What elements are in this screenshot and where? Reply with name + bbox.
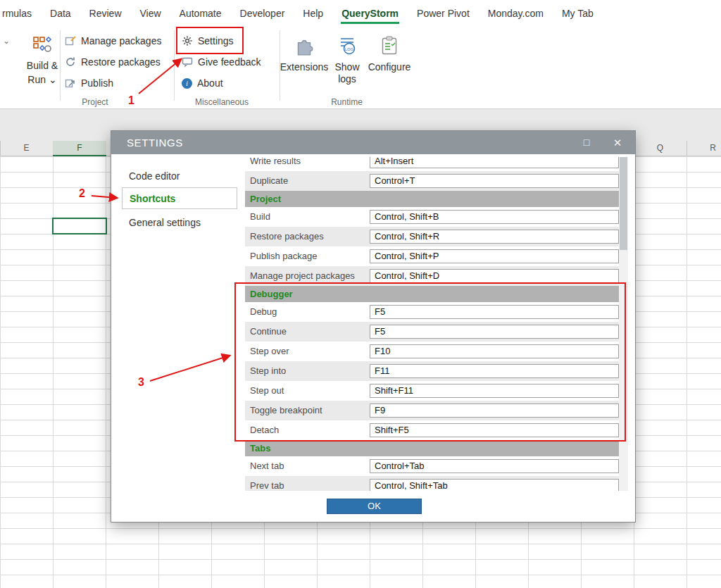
collapsed-group-chevron-icon[interactable]: ⌄ [3,36,10,46]
shortcut-label: Manage project packages [250,266,355,286]
shortcut-value-input[interactable]: Control+Tab [370,459,619,473]
ok-button[interactable]: OK [327,499,422,514]
shortcut-label: Toggle breakpoint [250,401,322,420]
restore-packages-button[interactable]: Restore packages [65,53,161,71]
column-header-e[interactable]: E [0,141,53,156]
shortcut-value-input[interactable]: Control, Shift+P [370,249,619,263]
shortcut-value-input[interactable]: Control, Shift+Tab [370,479,619,491]
column-header-r[interactable]: R [686,141,721,156]
build-and-run-button[interactable]: Build & Run ⌄ [24,35,61,86]
about-button[interactable]: i About [182,74,223,92]
build-run-label-line2: Run ⌄ [27,74,56,86]
settings-button[interactable]: Settings [182,32,234,50]
shortcut-row: Toggle breakpointF9 [245,401,619,420]
group-divider [174,30,175,101]
log-icon: LOG [337,35,358,59]
shortcut-value-input[interactable]: Control+T [370,174,619,188]
menu-tab-automate[interactable]: Automate [170,0,231,26]
show-logs-label: Show logs [330,61,365,85]
shortcut-row: Manage project packagesControl, Shift+D [245,266,619,286]
settings-dialog: SETTINGS □ ✕ Code editor Shortcuts Gener… [111,130,636,523]
publish-button[interactable]: Publish [65,74,113,92]
group-caption-project: Project [42,97,148,107]
shortcut-value-input[interactable]: Alt+Insert [370,157,619,168]
shortcut-row: DuplicateControl+T [245,171,619,191]
menu-tab-formulas[interactable]: rmulas [0,0,41,26]
shortcut-list: Write resultsAlt+InsertDuplicateControl+… [245,157,619,491]
shortcut-value-input[interactable]: Control, Shift+D [370,269,619,283]
nav-item-general-settings[interactable]: General settings [122,212,237,234]
shortcut-value-input[interactable]: F5 [370,305,619,319]
shortcut-row: DebugF5 [245,302,619,322]
shortcut-row: Step overF10 [245,342,619,361]
shortcut-label: Write results [250,157,301,171]
shortcuts-viewport: Write resultsAlt+InsertDuplicateControl+… [245,157,619,491]
group-caption-miscellaneous: Miscellaneous [169,97,275,107]
shortcut-value-input[interactable]: F11 [370,364,619,378]
group-divider [60,30,61,101]
nav-item-shortcuts[interactable]: Shortcuts [122,187,237,209]
extensions-label: Extensions [280,61,328,73]
feedback-bubble-icon [182,56,193,68]
maximize-icon[interactable]: □ [572,131,601,154]
app-root: rmulas Data Review View Automate Develop… [0,0,721,588]
clipboard-icon [379,35,400,59]
shortcut-row: Restore packagesControl, Shift+R [245,227,619,246]
shortcut-value-input[interactable]: Shift+F11 [370,384,619,398]
shortcut-value-input[interactable]: F10 [370,344,619,358]
close-icon[interactable]: ✕ [603,131,632,154]
shortcut-value-input[interactable]: Shift+F5 [370,423,619,437]
manage-packages-button[interactable]: Manage packages [65,32,161,50]
shortcut-section-header: Project [245,191,619,207]
shortcut-row: ContinueF5 [245,322,619,342]
menu-tab-review[interactable]: Review [80,0,131,26]
shortcut-label: Step over [250,342,289,361]
scrollbar-thumb[interactable] [620,157,627,250]
shortcut-value-input[interactable]: F5 [370,325,619,339]
column-header-f[interactable]: F [53,141,106,156]
column-header-q[interactable]: Q [634,141,686,156]
shortcut-label: Next tab [250,456,284,476]
scrollbar-track[interactable] [619,157,628,491]
restore-packages-icon [65,56,76,68]
settings-label: Settings [198,35,234,46]
dialog-titlebar[interactable]: SETTINGS [111,131,635,154]
shortcut-row: DetachShift+F5 [245,420,619,440]
shortcut-value-input[interactable]: F9 [370,404,619,418]
dialog-title: SETTINGS [127,137,183,149]
shortcut-value-input[interactable]: Control, Shift+B [370,210,619,224]
puzzle-icon [294,35,315,59]
configure-button[interactable]: Configure [367,35,412,73]
ribbon-querystorm: ⌄ Build & Run ⌄ [0,26,721,109]
menu-tab-data[interactable]: Data [41,0,80,26]
build-run-label-line1: Build & [27,60,58,72]
menu-tab-power-pivot[interactable]: Power Pivot [408,0,479,26]
show-logs-button[interactable]: LOG Show logs [330,35,365,85]
settings-nav: Code editor Shortcuts General settings [111,154,245,522]
give-feedback-button[interactable]: Give feedback [182,53,261,71]
nav-item-code-editor[interactable]: Code editor [122,165,237,187]
menu-tab-querystorm[interactable]: QueryStorm [332,0,408,26]
shortcut-label: Duplicate [250,171,288,191]
shortcut-label: Restore packages [250,227,324,246]
menu-tab-developer[interactable]: Developer [231,0,294,26]
configure-label: Configure [368,61,411,73]
shortcut-row: BuildControl, Shift+B [245,207,619,227]
shortcut-label: Continue [250,322,287,342]
svg-text:LOG: LOG [345,47,354,51]
shortcut-row: Next tabControl+Tab [245,456,619,476]
shortcut-label: Publish package [250,246,317,266]
selected-cell[interactable] [52,218,107,234]
publish-icon [65,77,76,89]
menu-tab-my-tab[interactable]: My Tab [553,0,603,26]
menu-tab-mondaycom[interactable]: Monday.com [479,0,553,26]
menu-tab-view[interactable]: View [131,0,170,26]
shortcut-row: Step intoF11 [245,361,619,381]
menu-tab-help[interactable]: Help [294,0,332,26]
extensions-button[interactable]: Extensions [283,35,325,73]
group-caption-runtime: Runtime [282,97,412,107]
shortcut-value-input[interactable]: Control, Shift+R [370,230,619,244]
shortcut-label: Step out [250,381,284,401]
shortcut-row: Prev tabControl, Shift+Tab [245,476,619,491]
shortcut-label: Step into [250,361,286,381]
